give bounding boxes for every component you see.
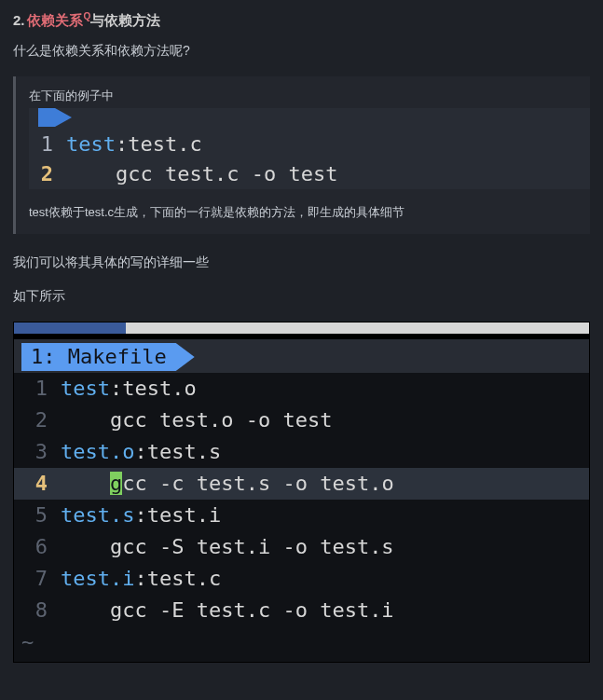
line-number: 2	[29, 159, 66, 189]
code-block-2: 1: Makefile 1test:test.o2 gcc test.o -o …	[13, 322, 590, 663]
intro-paragraph: 什么是依赖关系和依赖方法呢?	[13, 43, 590, 60]
blockquote-note: test依赖于test.c生成，下面的一行就是依赖的方法，即生成的具体细节	[29, 204, 590, 221]
code-line: 1test:test.o	[14, 373, 589, 405]
line-number: 3	[14, 436, 61, 468]
code-content: test.i:test.c	[61, 563, 589, 595]
line-number: 5	[14, 500, 61, 531]
code-line: 6 gcc -S test.i -o test.s	[14, 531, 589, 563]
code-line: 7test.i:test.c	[14, 563, 589, 595]
code-line: 1test:test.c	[29, 130, 590, 159]
code-line: 8 gcc -E test.c -o test.i	[14, 595, 589, 626]
heading-highlight: 依赖关系	[27, 12, 83, 28]
titlebar-segment-active	[14, 323, 126, 334]
code-content: gcc -S test.i -o test.s	[61, 531, 589, 563]
code-line: 5test.s:test.i	[14, 500, 589, 531]
code-content: gcc -c test.s -o test.o	[61, 468, 589, 500]
code-line: 4 gcc -c test.s -o test.o	[14, 468, 589, 500]
editor-titlebar	[14, 323, 589, 339]
paragraph-as-follows: 如下所示	[13, 288, 590, 305]
code-content: test:test.o	[61, 373, 589, 405]
code-line: 2 gcc test.c -o test	[29, 159, 590, 189]
editor-tilde: ~	[14, 626, 589, 658]
paragraph-detail: 我们可以将其具体的写的详细一些	[13, 254, 590, 271]
code-line: 2 gcc test.o -o test	[14, 405, 589, 436]
line-number: 1	[14, 373, 61, 405]
line-number: 8	[14, 595, 61, 626]
editor-tab: 1: Makefile	[21, 343, 195, 371]
editor-cursor: g	[110, 472, 122, 495]
line-number: 1	[29, 130, 66, 159]
code-block-1: 1test:test.c2 gcc test.c -o test	[29, 108, 590, 189]
code-content: test.s:test.i	[61, 500, 589, 531]
code-content: gcc test.c -o test	[66, 159, 337, 189]
titlebar-segment-inactive	[126, 323, 589, 334]
code-content: test.o:test.s	[61, 436, 589, 468]
heading-tail: 与依赖方法	[90, 12, 160, 28]
line-number: 4	[14, 468, 61, 500]
example-blockquote: 在下面的例子中 1test:test.c2 gcc test.c -o test…	[13, 76, 590, 234]
code-content: test:test.c	[66, 130, 202, 159]
blockquote-caption: 在下面的例子中	[29, 88, 590, 104]
line-number: 6	[14, 531, 61, 563]
code-line: 3test.o:test.s	[14, 436, 589, 468]
heading-number: 2.	[13, 12, 25, 28]
section-heading: 2.依赖关系Q与依赖方法	[13, 11, 590, 30]
line-number: 2	[14, 405, 61, 436]
editor-body: 1: Makefile 1test:test.o2 gcc test.o -o …	[14, 339, 589, 662]
editor-tabrow: 1: Makefile	[14, 339, 589, 373]
code-content: gcc -E test.c -o test.i	[61, 595, 589, 626]
code-content: gcc test.o -o test	[61, 405, 589, 436]
editor-tab-truncated	[38, 108, 72, 127]
line-number: 7	[14, 563, 61, 595]
